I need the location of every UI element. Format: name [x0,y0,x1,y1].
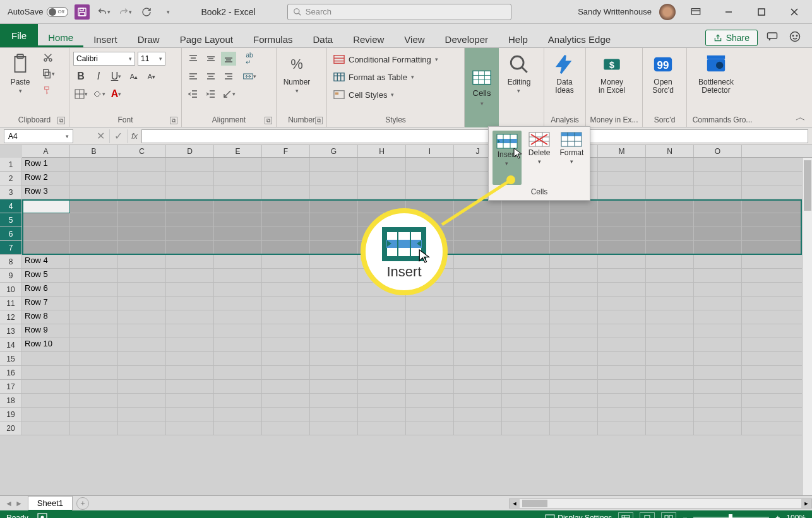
cell[interactable] [166,408,214,421]
cell[interactable] [694,338,742,351]
row-head-4[interactable]: 4 [0,199,22,213]
cell[interactable] [22,199,70,213]
cell[interactable] [694,227,742,240]
cell[interactable] [166,269,214,282]
page-layout-view-icon[interactable] [640,512,655,518]
cell[interactable] [310,255,358,268]
cell[interactable] [118,380,166,393]
cell[interactable] [262,352,310,365]
cell[interactable] [646,255,694,268]
cell[interactable] [646,352,694,365]
row-head-9[interactable]: 9 [0,269,22,283]
cell[interactable] [214,310,262,324]
cell[interactable] [70,241,118,254]
increase-font-icon[interactable]: A▴ [126,69,141,83]
enter-formula-icon[interactable]: ✓ [110,129,128,143]
row-head-7[interactable]: 7 [0,241,22,255]
cell[interactable] [214,227,262,240]
cell[interactable] [646,366,694,379]
cell[interactable] [70,269,118,282]
sheet-prev-icon[interactable]: ◄ [5,499,13,508]
formula-input[interactable] [141,129,808,143]
name-box[interactable]: A4▾ [4,129,73,143]
table-row[interactable] [22,366,802,380]
cell[interactable] [118,241,166,254]
cell[interactable]: Row 6 [22,283,70,296]
col-head-I[interactable]: I [406,145,454,157]
cell[interactable] [166,338,214,351]
cell[interactable] [262,283,310,296]
cell[interactable] [310,158,358,171]
cell[interactable] [262,297,310,310]
cell[interactable] [310,241,358,254]
cell[interactable] [646,297,694,310]
cell[interactable] [166,199,214,213]
row-head-13[interactable]: 13 [0,324,22,338]
fx-icon[interactable]: fx [128,131,141,141]
cell[interactable] [454,408,502,421]
add-sheet-icon[interactable]: ＋ [76,497,89,510]
bottleneck-detector-button[interactable]: Bottleneck Detector [691,50,741,95]
cell[interactable] [646,213,694,227]
number-format-button[interactable]: % Number▾ [280,50,313,95]
col-head-E[interactable]: E [214,145,262,157]
cell[interactable] [646,158,694,171]
cell[interactable] [454,352,502,365]
cell[interactable] [70,172,118,185]
cell[interactable] [694,380,742,393]
money-in-excel-button[interactable]: $ Money in Excel [590,50,634,95]
cell[interactable] [214,158,262,171]
cell[interactable] [550,408,598,421]
cell[interactable] [166,352,214,365]
fill-color-icon[interactable]: ▾ [91,87,106,101]
cell[interactable] [694,269,742,282]
cell[interactable] [550,241,598,254]
cell[interactable] [310,283,358,296]
cell[interactable] [118,172,166,185]
cell[interactable] [454,255,502,268]
cells-dropdown-button[interactable]: Cells ▾ [465,48,499,127]
cell[interactable] [118,227,166,240]
cell[interactable] [118,199,166,213]
cell[interactable] [166,310,214,324]
data-ideas-button[interactable]: Data Ideas [548,50,581,95]
cell[interactable] [358,408,406,421]
cell[interactable] [406,324,454,338]
cell[interactable] [22,241,70,254]
row-head-19[interactable]: 19 [0,408,22,421]
cell[interactable]: Row 3 [22,185,70,199]
col-head-D[interactable]: D [166,145,214,157]
cell[interactable] [310,338,358,351]
cell[interactable] [550,394,598,407]
table-row[interactable]: Row 3 [22,185,802,199]
align-right-icon[interactable] [221,69,236,83]
cancel-formula-icon[interactable]: ✕ [92,129,110,143]
cell[interactable] [454,380,502,393]
col-head-C[interactable]: C [118,145,166,157]
cell[interactable] [22,227,70,240]
cell[interactable] [598,172,646,185]
cell[interactable] [166,380,214,393]
cell[interactable] [694,324,742,338]
cell[interactable] [550,269,598,282]
cell[interactable] [646,310,694,324]
col-head-O[interactable]: O [694,145,742,157]
cell[interactable] [454,199,502,213]
cell[interactable] [502,213,550,227]
close-icon[interactable] [782,2,807,22]
cell[interactable] [406,338,454,351]
cell[interactable] [214,352,262,365]
cell[interactable] [262,172,310,185]
cell[interactable]: Row 8 [22,310,70,324]
tab-analytics-edge[interactable]: Analytics Edge [538,30,621,47]
cell[interactable] [406,185,454,199]
cell[interactable] [598,310,646,324]
cell[interactable]: Row 5 [22,269,70,282]
align-center-icon[interactable] [203,69,218,83]
sheet-tab-sheet1[interactable]: Sheet1 [28,496,73,511]
font-launcher-icon[interactable]: ⧉ [170,117,177,124]
row-head-17[interactable]: 17 [0,380,22,394]
cell[interactable] [118,269,166,282]
display-settings-button[interactable]: Display Settings [545,514,612,518]
row-head-16[interactable]: 16 [0,366,22,380]
